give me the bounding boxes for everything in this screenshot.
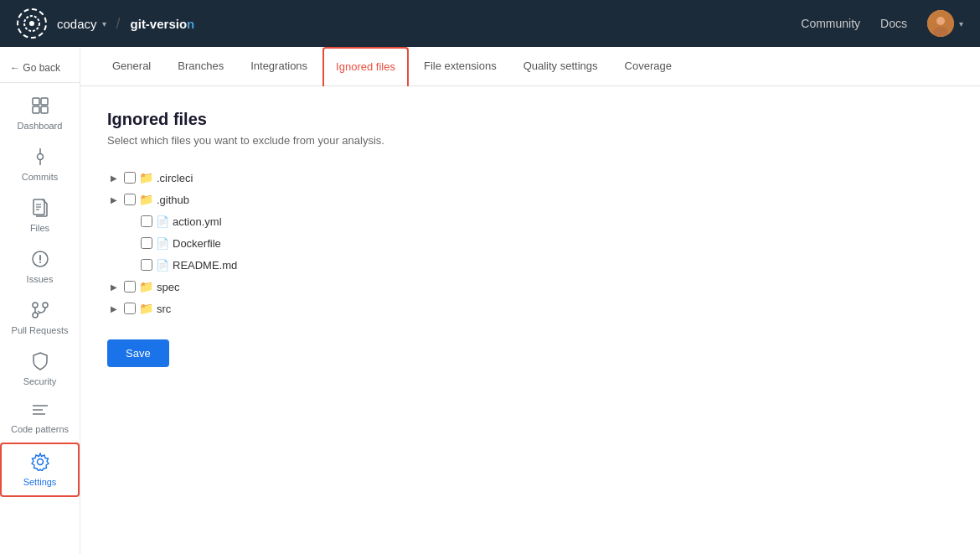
svg-point-21 — [33, 313, 38, 318]
files-icon — [32, 199, 49, 220]
svg-point-20 — [43, 303, 48, 308]
svg-point-18 — [39, 261, 41, 263]
user-menu[interactable]: ▾ — [927, 10, 963, 37]
sidebar-item-pull-requests[interactable]: Pull Requests — [0, 293, 80, 344]
avatar — [927, 10, 954, 37]
sidebar: ← Go back Dashboard Commits — [0, 47, 80, 554]
page-subtitle: Select which files you want to exclude f… — [107, 134, 953, 147]
tree-row-github: ▶ 📁 .github — [107, 189, 953, 210]
svg-point-9 — [37, 154, 43, 160]
sidebar-item-commits[interactable]: Commits — [0, 139, 80, 190]
save-button[interactable]: Save — [107, 339, 169, 367]
svg-point-3 — [936, 17, 945, 25]
tab-general[interactable]: General — [101, 48, 162, 85]
checkbox-src[interactable] — [124, 303, 136, 314]
file-tree: ▶ 📁 .circleci ▶ 📁 .github ▶ — [107, 167, 953, 319]
checkbox-readme[interactable] — [141, 259, 152, 271]
sidebar-item-issues[interactable]: Issues — [0, 241, 80, 293]
svg-rect-5 — [33, 98, 39, 105]
community-link[interactable]: Community — [801, 17, 860, 30]
svg-point-19 — [33, 303, 38, 308]
back-button[interactable]: ← Go back — [0, 54, 80, 83]
filename-readme: README.md — [173, 259, 237, 272]
tab-ignored-files[interactable]: Ignored files — [322, 47, 409, 86]
code-patterns-label: Code patterns — [11, 424, 69, 434]
tab-coverage[interactable]: Coverage — [613, 48, 683, 85]
checkbox-spec[interactable] — [124, 281, 136, 293]
brand-name: codacy — [57, 17, 97, 31]
settings-label: Settings — [23, 477, 57, 487]
tree-row-spec: ▶ 📁 spec — [107, 276, 953, 298]
toggle-src[interactable]: ▶ — [107, 302, 121, 315]
filename-circleci: .circleci — [157, 172, 193, 184]
filename-github: .github — [157, 194, 189, 206]
svg-rect-8 — [41, 106, 48, 113]
brand-caret-icon: ▾ — [102, 19, 106, 28]
layout: ← Go back Dashboard Commits — [0, 47, 980, 554]
brand-dropdown[interactable]: codacy ▾ — [57, 17, 106, 31]
issues-label: Issues — [27, 274, 54, 284]
tab-integrations[interactable]: Integrations — [239, 48, 319, 85]
filename-spec: spec — [157, 281, 179, 293]
repo-name: git-version — [131, 17, 195, 31]
ignored-files-content: Ignored files Select which files you wan… — [80, 86, 980, 391]
svg-rect-6 — [41, 98, 48, 105]
toggle-circleci[interactable]: ▶ — [107, 171, 121, 184]
sidebar-item-settings[interactable]: Settings — [0, 443, 80, 497]
svg-rect-7 — [33, 106, 39, 113]
tab-branches[interactable]: Branches — [166, 48, 235, 85]
folder-icon-github: 📁 — [139, 193, 153, 206]
dashboard-icon — [31, 96, 49, 117]
security-label: Security — [23, 376, 57, 386]
svg-point-4 — [933, 27, 948, 37]
tab-file-extensions[interactable]: File extensions — [412, 48, 508, 85]
file-icon-readme: 📄 — [156, 259, 169, 272]
sidebar-item-security[interactable]: Security — [0, 344, 80, 395]
user-caret-icon: ▾ — [959, 19, 963, 28]
code-patterns-icon — [31, 403, 49, 421]
dashboard-label: Dashboard — [18, 121, 63, 131]
svg-point-1 — [29, 21, 34, 26]
repo-highlight: n — [187, 17, 194, 31]
pull-requests-icon — [31, 301, 49, 322]
topnav-right: Community Docs ▾ — [801, 10, 963, 37]
page-title: Ignored files — [107, 110, 953, 129]
tree-row-readme: ▶ 📄 README.md — [107, 254, 953, 276]
tab-quality-settings[interactable]: Quality settings — [512, 48, 610, 85]
folder-icon-circleci: 📁 — [139, 171, 153, 184]
commits-icon — [31, 148, 49, 168]
toggle-spec[interactable]: ▶ — [107, 280, 121, 293]
sidebar-item-code-patterns[interactable]: Code patterns — [0, 395, 80, 443]
commits-label: Commits — [22, 172, 58, 182]
tree-row-action-yml: ▶ 📄 action.yml — [107, 210, 953, 232]
filename-dockerfile: Dockerfile — [173, 237, 221, 250]
docs-link[interactable]: Docs — [880, 17, 907, 30]
issues-icon — [31, 250, 49, 271]
sidebar-item-dashboard[interactable]: Dashboard — [0, 88, 80, 139]
checkbox-circleci[interactable] — [124, 172, 136, 184]
logo-icon — [17, 8, 47, 39]
pull-requests-label: Pull Requests — [12, 325, 69, 335]
checkbox-action-yml[interactable] — [141, 215, 152, 227]
files-label: Files — [30, 223, 49, 233]
filename-action-yml: action.yml — [173, 215, 222, 228]
folder-icon-src: 📁 — [139, 302, 153, 315]
settings-icon — [31, 453, 49, 474]
tree-row-circleci: ▶ 📁 .circleci — [107, 167, 953, 189]
security-icon — [32, 352, 49, 373]
file-icon-dockerfile: 📄 — [156, 237, 169, 250]
nav-separator: / — [116, 15, 121, 33]
checkbox-dockerfile[interactable] — [141, 237, 152, 249]
tree-row-dockerfile: ▶ 📄 Dockerfile — [107, 232, 953, 254]
main-content: General Branches Integrations Ignored fi… — [80, 47, 980, 554]
file-icon-action-yml: 📄 — [156, 215, 169, 228]
topnav: codacy ▾ / git-version Community Docs ▾ — [0, 0, 980, 47]
folder-icon-spec: 📁 — [139, 280, 153, 293]
toggle-github[interactable]: ▶ — [107, 193, 121, 206]
svg-point-26 — [37, 459, 43, 465]
settings-tabs: General Branches Integrations Ignored fi… — [80, 47, 980, 86]
filename-src: src — [157, 303, 171, 315]
sidebar-item-files[interactable]: Files — [0, 190, 80, 241]
checkbox-github[interactable] — [124, 194, 136, 205]
tree-row-src: ▶ 📁 src — [107, 298, 953, 319]
